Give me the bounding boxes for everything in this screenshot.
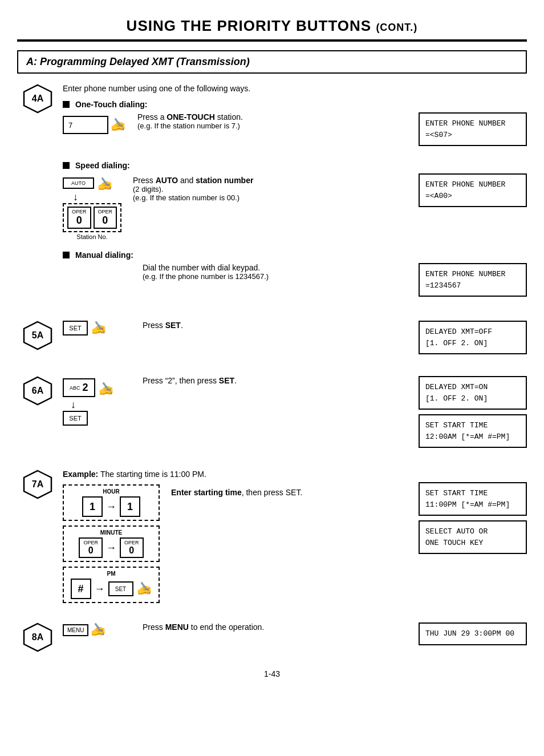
- step-4a-content: Enter phone number using one of the foll…: [63, 84, 527, 304]
- step-5a-badge: 5A: [23, 321, 52, 350]
- onetouch-key: 7: [63, 116, 108, 134]
- station-key-1: OPER 0: [67, 207, 91, 229]
- arrow-right-minute: →: [106, 542, 116, 554]
- hand-icon-speed: ✍: [98, 177, 113, 192]
- speed-display: ENTER PHONE NUMBER =<A00>: [419, 173, 527, 207]
- station-no-label: Station No.: [63, 233, 121, 240]
- onetouch-instruction-area: Press a ONE-TOUCH station. (e.g. If the …: [137, 112, 407, 130]
- abc2-key-row: ABC 2 ✍: [63, 378, 114, 399]
- set-button-5a: SET: [63, 321, 88, 335]
- speed-dial-keys: AUTO ✍ ↓ OPER 0 OP: [63, 177, 121, 240]
- svg-text:6A: 6A: [32, 386, 44, 395]
- step-7a-content: Example: The starting time is 11:00 PM. …: [63, 470, 527, 605]
- step-7a-illustration: HOUR 1 → 1 MINUTE O: [63, 484, 160, 605]
- speed-instruction: Press AUTO and station number (2 digits)…: [133, 173, 407, 202]
- page-footer: 1-43: [17, 669, 527, 678]
- hour-key1: 1: [82, 496, 103, 517]
- title-main-text: USING THE PRIORITY BUTTONS: [127, 17, 372, 34]
- step-7a-main-row: HOUR 1 → 1 MINUTE O: [63, 482, 527, 605]
- onetouch-example: (e.g. If the station number is 7.): [137, 122, 407, 130]
- step-7a-example: Example: The starting time is 11:00 PM.: [63, 470, 527, 479]
- step-8a-instruction: Press MENU to end the operation.: [143, 622, 407, 632]
- min-key2: OPER 0: [120, 537, 144, 558]
- bullet-icon: [63, 101, 70, 108]
- badge-8a-icon: 8A: [23, 622, 52, 652]
- minute-label: MINUTE: [68, 529, 154, 536]
- section-header: A: Programming Delayed XMT (Transmission…: [17, 50, 527, 74]
- arrow-right-pm: →: [95, 583, 105, 595]
- hand-icon-5a: ✍: [91, 321, 107, 335]
- step-7a: 7A Example: The starting time is 11:00 P…: [23, 470, 527, 605]
- hour-label: HOUR: [68, 488, 154, 495]
- pm-key: #: [71, 579, 91, 599]
- step-6a-instruction: Press “2”, then press SET.: [143, 376, 407, 385]
- step-7a-display2: SELECT AUTO OR ONE TOUCH KEY: [419, 520, 527, 554]
- hand-icon-8a: ✍: [91, 622, 106, 637]
- pm-label: PM: [68, 571, 154, 577]
- badge-4a-icon: 4A: [23, 84, 52, 114]
- set-button-6a: SET: [63, 411, 88, 426]
- onetouch-key-row: 7 ✍: [63, 116, 126, 134]
- bullet-icon: [63, 162, 70, 169]
- step-8a-menu-area: MENU ✍: [63, 622, 131, 637]
- step-5a-set-key-area: SET ✍: [63, 321, 131, 335]
- min-key1: OPER 0: [79, 537, 103, 558]
- page: USING THE PRIORITY BUTTONS (CONT.) A: Pr…: [0, 0, 544, 756]
- step-5a-instruction: Press SET.: [143, 321, 407, 330]
- step-6a-content: ABC 2 ✍ ↓ SET Press “2”, then press SET.…: [63, 376, 527, 452]
- speed-row: AUTO ✍ ↓ OPER 0 OP: [63, 173, 527, 240]
- manual-instruction: Dial the number with dial keypad. (e.g. …: [143, 263, 407, 281]
- step-6a: 6A ABC 2 ✍ ↓ SET: [23, 376, 527, 452]
- step-6a-display1: DELAYED XMT=ON [1. OFF 2. ON]: [419, 376, 527, 410]
- manual-label: Manual dialing:: [63, 250, 527, 260]
- onetouch-label: One-Touch dialing:: [63, 100, 527, 109]
- onetouch-instruction: Press a ONE-TOUCH station.: [137, 112, 407, 122]
- badge-7a-icon: 7A: [23, 470, 52, 499]
- bullet-icon: [63, 252, 70, 258]
- page-title: USING THE PRIORITY BUTTONS (CONT.): [17, 11, 527, 35]
- minute-section: MINUTE OPER 0 → OPER 0: [63, 525, 160, 562]
- hour-keys-row: 1 → 1: [68, 496, 154, 517]
- step-6a-badge: 6A: [23, 376, 52, 406]
- auto-button: AUTO: [63, 177, 94, 189]
- section-header-text: A: Programming Delayed XMT (Transmission…: [26, 56, 250, 67]
- speed-label: Speed dialing:: [63, 161, 527, 170]
- step-6a-display2: SET START TIME 12:00AM [*=AM #=PM]: [419, 414, 527, 448]
- hand-icon-6a: ✍: [99, 382, 114, 397]
- hour-section: HOUR 1 → 1: [63, 484, 160, 521]
- hand-icon-7a: ✍: [137, 581, 152, 596]
- pm-section: PM # → SET ✍: [63, 567, 160, 603]
- step-5a-display: DELAYED XMT=OFF [1. OFF 2. ON]: [419, 321, 527, 354]
- svg-text:5A: 5A: [32, 330, 44, 340]
- step-4a: 4A Enter phone number using one of the f…: [23, 84, 527, 304]
- set-key-row-5a: SET ✍: [63, 321, 131, 335]
- abc2-button: ABC 2: [63, 378, 95, 397]
- steps-container: 4A Enter phone number using one of the f…: [17, 84, 527, 652]
- station-key-2: OPER 0: [94, 207, 117, 229]
- svg-text:4A: 4A: [32, 94, 44, 103]
- step-4a-intro: Enter phone number using one of the foll…: [63, 84, 527, 93]
- manual-display: ENTER PHONE NUMBER =1234567: [419, 263, 527, 297]
- menu-button: MENU: [63, 624, 88, 636]
- onetouch-section: One-Touch dialing: 7 ✍: [63, 100, 527, 151]
- badge-6a-icon: 6A: [23, 376, 52, 406]
- svg-text:8A: 8A: [32, 632, 44, 642]
- arrow-down-6a: ↓: [71, 399, 76, 410]
- step-7a-displays: SET START TIME 11:00PM [*=AM #=PM] SELEC…: [419, 482, 527, 559]
- title-divider: [17, 39, 527, 42]
- step-6a-displays: DELAYED XMT=ON [1. OFF 2. ON] SET START …: [419, 376, 527, 452]
- manual-row: Dial the number with dial keypad. (e.g. …: [63, 263, 527, 301]
- step-7a-badge: 7A: [23, 470, 52, 499]
- step-8a: 8A MENU ✍ Press MENU to end the op: [23, 622, 527, 652]
- arrow-right-hour: →: [106, 501, 116, 513]
- step-7a-display1: SET START TIME 11:00PM [*=AM #=PM]: [419, 482, 527, 516]
- svg-text:7A: 7A: [32, 479, 44, 489]
- speed-dial-section: Speed dialing: AUTO ✍ ↓: [63, 161, 527, 240]
- station-keys: OPER 0 OPER 0: [63, 203, 121, 232]
- menu-key-row: MENU ✍: [63, 622, 131, 637]
- step-8a-display: THU JUN 29 3:00PM 00: [419, 622, 527, 645]
- step-5a: 5A SET ✍ Press SET. DELAYED XMT=OFF [1. …: [23, 321, 527, 359]
- onetouch-bold: ONE-TOUCH: [167, 112, 215, 122]
- onetouch-display: ENTER PHONE NUMBER =<S07>: [419, 112, 527, 146]
- set-key-7a: SET: [108, 581, 133, 596]
